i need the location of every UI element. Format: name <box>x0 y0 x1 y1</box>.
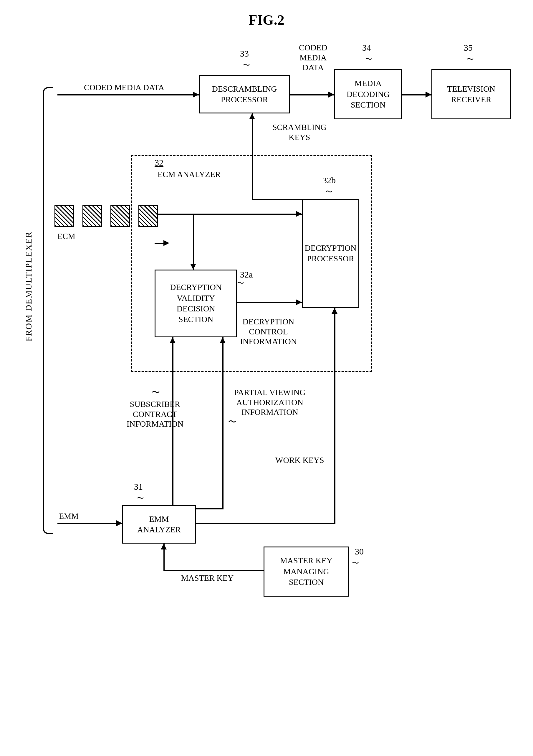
arrow-line <box>222 338 223 509</box>
media-decoding-box: MEDIADECODINGSECTION <box>334 69 402 119</box>
subscriber-contract-label: SUBSCRIBERCONTRACTINFORMATION <box>127 399 184 429</box>
arrow-line <box>58 523 122 524</box>
arrow-line <box>155 243 166 244</box>
tilde-partial: 〜 <box>228 417 237 427</box>
arrow-line <box>252 113 253 155</box>
ref-32b: 32b <box>322 175 336 185</box>
diagram-container: DESCRAMBLINGPROCESSOR MEDIADECODINGSECTI… <box>16 40 517 717</box>
ecm-block <box>111 205 130 227</box>
arrow-line <box>193 214 194 270</box>
tilde-34: 〜 <box>365 55 372 64</box>
arrow-head <box>425 92 431 97</box>
tilde-35: 〜 <box>467 55 474 64</box>
figure-title: FIG.2 <box>12 12 521 28</box>
decryption-processor-box: DECRYPTIONPROCESSOR <box>302 199 359 308</box>
arrow-line <box>252 199 302 200</box>
tilde-31: 〜 <box>137 494 144 503</box>
arrow-head <box>193 92 199 97</box>
tilde-30: 〜 <box>352 558 359 568</box>
arrow-head <box>116 520 122 526</box>
arrow-head <box>170 338 175 343</box>
arrow-line <box>164 570 264 571</box>
ref-32a: 32a <box>240 270 253 280</box>
tilde-33: 〜 <box>243 60 250 70</box>
arrow-head <box>332 308 338 314</box>
partial-viewing-label: PARTIAL VIEWINGAUTHORIZATIONINFORMATION <box>234 388 305 417</box>
emm-label: EMM <box>59 511 79 521</box>
emm-analyzer-box: EMMANALYZER <box>122 505 196 544</box>
ref-31: 31 <box>134 482 143 492</box>
ecm-analyzer-label: ECM ANALYZER <box>158 169 220 179</box>
coded-media-data-top-label: CODED MEDIA DATA <box>84 83 164 93</box>
ecm-block <box>55 205 74 227</box>
demux-brace <box>43 87 53 534</box>
arrow-line <box>334 308 335 524</box>
descrambling-processor-box: DESCRAMBLINGPROCESSOR <box>199 75 290 113</box>
work-keys-label: WORK KEYS <box>275 455 324 465</box>
arrow-head <box>328 92 334 97</box>
ref-30: 30 <box>355 547 364 556</box>
decryption-control-label: DECRYPTIONCONTROLINFORMATION <box>240 317 297 346</box>
master-key-label: MASTER KEY <box>181 573 234 583</box>
ref-34: 34 <box>362 43 371 53</box>
from-demultiplexer-label: FROM DEMULTIPLEXER <box>24 231 34 341</box>
master-key-box: MASTER KEYMANAGINGSECTION <box>264 547 349 597</box>
ecm-block <box>139 205 158 227</box>
arrow-line <box>58 94 199 95</box>
arrow-line <box>196 508 222 509</box>
tilde-32a: 〜 <box>237 279 244 288</box>
arrow-line <box>290 94 334 95</box>
arrow-line <box>252 155 253 199</box>
decryption-validity-box: DECRYPTIONVALIDITYDECISIONSECTION <box>155 270 237 338</box>
ecm-label: ECM <box>58 231 75 241</box>
arrow-head <box>161 544 167 550</box>
ecm-block <box>83 205 102 227</box>
arrow-line <box>158 214 302 215</box>
arrow-head <box>249 113 255 119</box>
arrow-head <box>296 299 302 305</box>
arrow-line <box>237 302 302 303</box>
arrow-head <box>296 211 302 217</box>
tilde-32b: 〜 <box>325 187 332 197</box>
coded-media-data-right-label: CODEDMEDIADATA <box>299 43 327 72</box>
ref-33: 33 <box>240 49 249 59</box>
television-receiver-box: TELEVISIONRECEIVER <box>431 69 511 119</box>
arrow-line <box>196 523 334 524</box>
scrambling-keys-label: SCRAMBLINGKEYS <box>272 122 327 142</box>
ref-32-line <box>161 167 164 167</box>
arrow-head <box>190 264 196 270</box>
ref-35: 35 <box>464 43 473 53</box>
ref-32: 32 <box>155 158 164 168</box>
tilde-sub: 〜 <box>152 388 160 397</box>
arrow-head <box>220 338 226 343</box>
